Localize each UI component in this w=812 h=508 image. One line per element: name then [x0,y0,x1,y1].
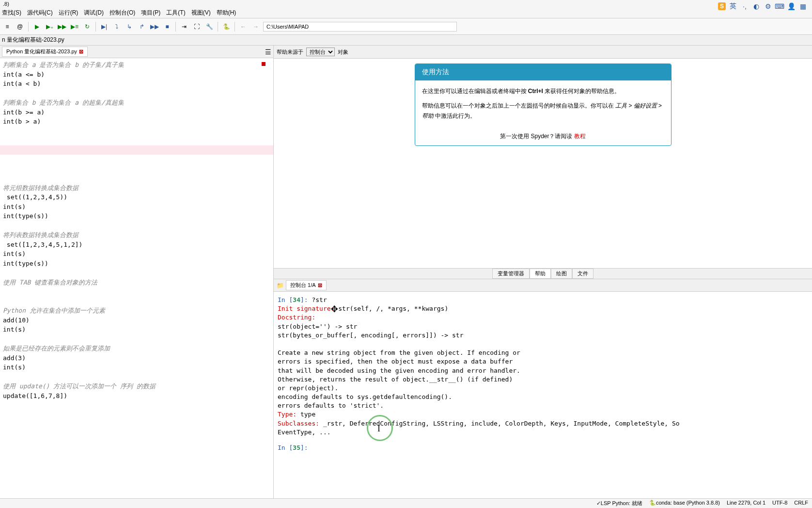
working-dir-input[interactable] [263,22,457,32]
rerun-icon[interactable]: ↻ [82,21,93,32]
panel-tabs: 变量管理器 帮助 绘图 文件 [274,268,812,279]
title-fragment: .8) [0,0,812,8]
menubar: 查找(S) 源代码(C) 运行(R) 调试(D) 控制台(O) 项目(P) 工具… [0,8,812,18]
system-tray: S 英 ·, ◐ ⚙ ⌨ 👤 ▦ [718,2,807,11]
outline-icon[interactable]: ≡ [2,21,13,32]
menu-console[interactable]: 控制台(O) [109,9,135,17]
maximize-icon[interactable]: ⛶ [191,21,202,32]
run-cell-icon[interactable]: ▶₊ [44,21,55,32]
status-line: Line 2279, Col 1 [727,500,765,507]
import-icon[interactable]: ⇥ [179,21,189,32]
tray-icon-6[interactable]: ▦ [798,2,807,11]
tab-help[interactable]: 帮助 [530,269,551,279]
help-footer: 第一次使用 Spyder？请阅读 教程 [415,127,671,145]
run-selection-icon[interactable]: ▶≡ [69,21,80,32]
back-icon[interactable]: ← [238,21,249,32]
console-tab[interactable]: 控制台 1/A ⊠ [286,280,327,290]
menu-source[interactable]: 源代码(C) [27,9,53,17]
forward-icon[interactable]: → [250,21,261,32]
at-icon[interactable]: @ [15,21,25,32]
help-source-bar: 帮助来源于 控制台 对象 [274,46,812,59]
menu-tools[interactable]: 工具(T) [166,9,185,17]
tab-variables[interactable]: 变量管理器 [492,269,530,279]
close-icon[interactable]: ⊠ [318,282,322,288]
close-icon[interactable]: ⊠ [79,48,83,55]
status-eol: CRLF [794,500,808,507]
ipython-console[interactable]: ✥ In [34]: ?str Init signature: str(self… [274,292,812,499]
menu-debug[interactable]: 调试(D) [84,9,104,17]
tab-plot[interactable]: 绘图 [551,269,572,279]
console-folder-icon[interactable]: 📁 [277,282,284,289]
help-source-label: 帮助来源于 [277,48,303,56]
editor-marker [262,62,265,66]
tab-files[interactable]: 文件 [572,269,593,279]
help-line2: 帮助信息可以在一个对象之后加上一个左圆括号的时候自动显示。你可以在 工具 > 偏… [422,101,664,122]
console-tab-label: 控制台 1/A [290,282,316,289]
tray-icon-3[interactable]: ⚙ [764,2,772,11]
run-icon[interactable]: ▶ [31,21,42,32]
status-conda[interactable]: 🐍conda: base (Python 3.8.8) [649,500,720,507]
menu-find[interactable]: 查找(S) [2,9,21,17]
python-path-icon[interactable]: 🐍 [221,21,232,32]
menu-view[interactable]: 视图(V) [191,9,211,17]
code-editor[interactable]: 判断集合 a 是否为集合 b 的子集/真子集int(a <= b)int(a <… [0,58,273,508]
help-line1: 在这里你可以通过在编辑器或者终端中按 Ctrl+I 来获得任何对象的帮助信息。 [422,86,664,97]
menu-help[interactable]: 帮助(H) [217,9,236,17]
status-bar: ✓LSP Python: 就绪 🐍conda: base (Python 3.8… [0,498,812,508]
tray-icon-1[interactable]: ·, [740,2,749,11]
lang-indicator[interactable]: 英 [729,2,737,11]
help-title: 使用方法 [415,64,671,80]
status-lsp: ✓LSP Python: 就绪 [596,500,642,507]
editor-tab[interactable]: Python 量化编程基础-2023.py ⊠ [2,47,88,57]
tray-icon-2[interactable]: ◐ [752,2,761,11]
status-encoding: UTF-8 [772,500,787,507]
stop-icon[interactable]: ■ [162,21,172,32]
file-tab-bar: n 量化编程基础-2023.py [0,35,812,46]
step-icon[interactable]: ⤵ [111,21,122,32]
file-tab[interactable]: n 量化编程基础-2023.py [2,36,64,44]
help-object-label: 对象 [338,48,348,56]
tray-icon-4[interactable]: ⌨ [775,2,784,11]
step-into-icon[interactable]: ↳ [124,21,135,32]
editor-menu-icon[interactable]: ☰ [265,48,271,56]
menu-project[interactable]: 项目(P) [141,9,160,17]
help-source-select[interactable]: 控制台 [306,48,335,56]
tray-icon-5[interactable]: 👤 [787,2,796,11]
settings-icon[interactable]: 🔧 [204,21,215,32]
help-panel: 使用方法 在这里你可以通过在编辑器或者终端中按 Ctrl+I 来获得任何对象的帮… [274,59,812,268]
menu-run[interactable]: 运行(R) [59,9,78,17]
toolbar: ≡ @ ▶ ▶₊ ▶▶ ▶≡ ↻ ▶| ⤵ ↳ ↱ ▶▶ ■ ⇥ ⛶ 🔧 🐍 ←… [0,18,812,35]
editor-pane: Python 量化编程基础-2023.py ⊠ ☰ 判断集合 a 是否为集合 b… [0,46,274,508]
debug-icon[interactable]: ▶| [99,21,109,32]
ime-icon[interactable]: S [718,2,726,10]
console-tab-bar: 📁 控制台 1/A ⊠ [274,279,812,292]
editor-tab-label: Python 量化编程基础-2023.py [6,48,77,55]
run-cell-advance-icon[interactable]: ▶▶ [57,21,67,32]
step-out-icon[interactable]: ↱ [137,21,147,32]
tutorial-link[interactable]: 教程 [574,133,586,140]
continue-icon[interactable]: ▶▶ [149,21,160,32]
